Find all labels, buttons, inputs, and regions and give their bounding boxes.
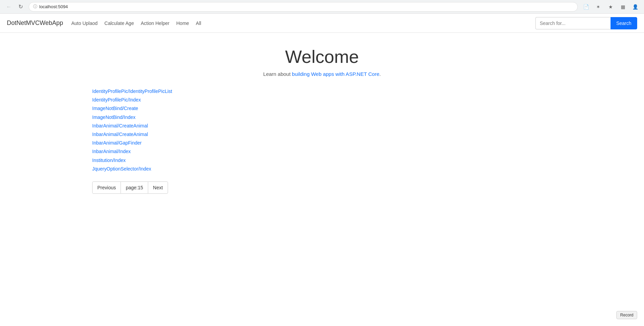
list-item[interactable]: IdentityProfilePic/Index [92, 96, 637, 104]
app-brand[interactable]: DotNetMVCWebApp [7, 19, 63, 27]
nav-calculate-age[interactable]: Calculate Age [104, 21, 134, 26]
subtext-suffix: . [379, 71, 381, 77]
list-item[interactable]: InbarAnimal/CreateAnimal [92, 122, 637, 130]
list-item[interactable]: JqueryOptionSelector/Index [92, 165, 637, 173]
list-item[interactable]: IdentityProfilePic/IdentityProfilePicLis… [92, 87, 637, 96]
search-input[interactable] [535, 17, 611, 29]
list-item[interactable]: InbarAnimal/CreateAnimal [92, 130, 637, 139]
links-list: IdentityProfilePic/IdentityProfilePicLis… [92, 87, 637, 173]
main-content: Welcome Learn about building Web apps wi… [0, 33, 644, 207]
subtext-prefix: Learn about [263, 71, 292, 77]
page-indicator: page:15 [121, 181, 148, 194]
next-button[interactable]: Next [148, 181, 168, 194]
list-item[interactable]: InbarAnimal/Index [92, 147, 637, 156]
extensions-icon[interactable]: ✶ [593, 2, 603, 12]
list-item[interactable]: InbarAnimal/GapFinder [92, 139, 637, 147]
nav-all[interactable]: All [196, 21, 201, 26]
address-url: localhost:5094 [39, 4, 68, 9]
welcome-subtext: Learn about building Web apps with ASP.N… [7, 71, 637, 77]
browser-icons: 📄 ✶ ★ ▦ 👤 [581, 2, 640, 12]
address-icon: ⓘ [33, 4, 37, 10]
list-item[interactable]: ImageNotBind/Index [92, 113, 637, 122]
search-button[interactable]: Search [611, 17, 637, 29]
nav-home[interactable]: Home [176, 21, 189, 26]
search-container: Search [535, 17, 637, 29]
translate-icon[interactable]: 📄 [581, 2, 591, 12]
address-bar[interactable]: ⓘ localhost:5094 [29, 2, 578, 12]
nav-links: Auto Uplaod Calculate Age Action Helper … [71, 21, 527, 26]
browser-chrome: ← ↻ ⓘ localhost:5094 📄 ✶ ★ ▦ 👤 [0, 0, 644, 14]
welcome-heading: Welcome [7, 46, 637, 67]
profile-icon[interactable]: 👤 [630, 2, 640, 12]
split-screen-icon[interactable]: ▦ [618, 2, 628, 12]
list-item[interactable]: ImageNotBind/Create [92, 104, 637, 113]
nav-action-helper[interactable]: Action Helper [141, 21, 169, 26]
app-navbar: DotNetMVCWebApp Auto Uplaod Calculate Ag… [0, 14, 644, 33]
page-label: page: [126, 185, 138, 190]
subtext-link[interactable]: building Web apps with ASP.NET Core [292, 71, 379, 77]
nav-auto-upload[interactable]: Auto Uplaod [71, 21, 98, 26]
browser-nav-buttons: ← ↻ [4, 2, 25, 12]
reload-button[interactable]: ↻ [16, 2, 25, 12]
back-button[interactable]: ← [4, 2, 14, 12]
favorites-icon[interactable]: ★ [606, 2, 615, 12]
page-number: 15 [138, 185, 143, 190]
previous-button[interactable]: Previous [92, 181, 121, 194]
pagination: Previous page:15 Next [92, 181, 637, 194]
list-item[interactable]: Institution/Index [92, 156, 637, 165]
